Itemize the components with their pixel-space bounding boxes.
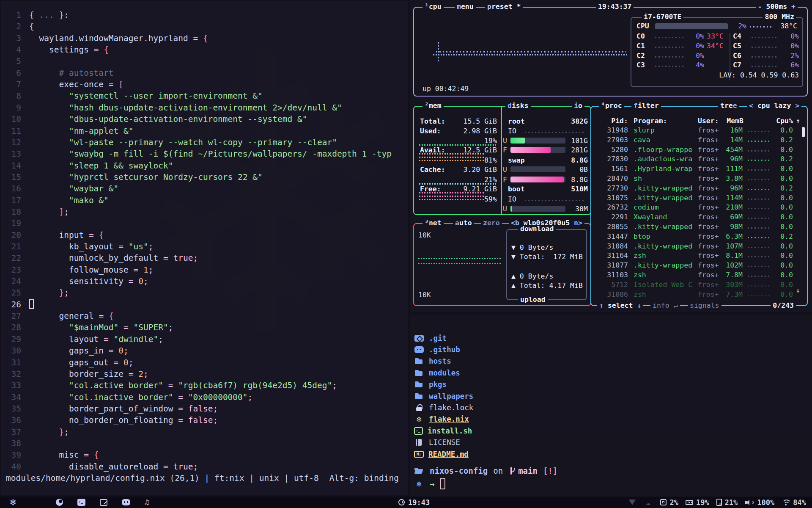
clock-icon bbox=[398, 499, 405, 505]
proc-scrollbar[interactable] bbox=[802, 127, 805, 137]
io-mode-button[interactable]: io bbox=[572, 102, 584, 110]
sort-next-button[interactable]: > bbox=[795, 102, 799, 110]
code-line[interactable]: 23 follow_mouse = 1; bbox=[1, 264, 407, 276]
disks-panel-title[interactable]: disks bbox=[505, 102, 531, 110]
process-user: fros+ bbox=[698, 213, 719, 221]
code-line[interactable]: 31 gaps_out = 0; bbox=[1, 357, 407, 368]
code-line[interactable]: 21 kb_layout = "us"; bbox=[1, 241, 407, 252]
code-line[interactable]: 26 bbox=[1, 299, 407, 310]
code-token: = bbox=[104, 334, 109, 344]
code-token: { bbox=[99, 230, 104, 240]
code-line[interactable]: 6 # autostart bbox=[1, 67, 407, 79]
code-token: = bbox=[129, 276, 134, 286]
code-line[interactable]: 20 input = { bbox=[1, 229, 407, 241]
code-line[interactable]: 38 bbox=[1, 438, 407, 449]
proc-sort-control[interactable]: < cpu lazy > bbox=[747, 102, 801, 110]
editor-pane[interactable]: 1{ ... }:2{3 wayland.windowManager.hyprl… bbox=[1, 1, 408, 495]
sort-prev-button[interactable]: < bbox=[749, 102, 753, 110]
code-line[interactable]: 36 no_border_on_floating = false; bbox=[1, 414, 407, 426]
code-line[interactable]: 10 "dbus-update-activation-environment -… bbox=[1, 113, 407, 125]
tray-item-wifi[interactable]: 84% bbox=[782, 498, 806, 507]
code-line[interactable]: 25 }; bbox=[1, 287, 407, 298]
header-mem[interactable]: MemB bbox=[718, 117, 743, 125]
terminal-window[interactable]: .git.githubhostsmodulespkgswallpapersfla… bbox=[410, 315, 812, 497]
code-line[interactable]: 11 "nm-applet &" bbox=[1, 125, 407, 137]
tray-item-ram[interactable]: 19% bbox=[686, 498, 709, 507]
proc-filter-button[interactable]: filter bbox=[631, 102, 661, 110]
code-line[interactable]: 40 disable_autoreload = true; bbox=[1, 461, 407, 472]
line-number: 13 bbox=[1, 148, 21, 160]
code-line[interactable]: 18 ]; bbox=[1, 206, 407, 218]
code-line[interactable]: 30 gaps_in = 0; bbox=[1, 345, 407, 356]
net-scale-top: 10K bbox=[418, 231, 431, 240]
scroll-down-arrow[interactable]: ↓ bbox=[796, 286, 800, 295]
code-line[interactable]: 3 wayland.windowManager.hyprland = { bbox=[1, 33, 407, 44]
code-token: false bbox=[188, 404, 213, 414]
cpu-total-temp: 38°C bbox=[780, 22, 797, 30]
interval-decrease-button[interactable]: - bbox=[758, 3, 762, 11]
code-line[interactable]: 37 }; bbox=[1, 426, 407, 438]
notes-app-icon[interactable] bbox=[100, 499, 107, 506]
process-name: .kitty-wrapped bbox=[634, 194, 692, 202]
preset-button[interactable]: preset * bbox=[485, 3, 523, 11]
proc-signals-button[interactable]: signals bbox=[688, 301, 721, 310]
code-line[interactable]: 4 settings = { bbox=[1, 44, 407, 55]
header-cpu[interactable]: Cpu% bbox=[773, 117, 793, 125]
header-program[interactable]: Program: bbox=[634, 117, 667, 125]
code-line[interactable]: 33 "col.active_border" = "rgb(cba6f7) rg… bbox=[1, 380, 407, 391]
tray-item-speaker[interactable]: 100% bbox=[745, 498, 774, 507]
code-line[interactable]: 32 border_size = 2; bbox=[1, 368, 407, 380]
net-auto-button[interactable]: auto bbox=[453, 219, 474, 227]
proc-info-button[interactable]: info ↵ bbox=[650, 301, 680, 310]
process-pid: 5280 bbox=[595, 146, 628, 154]
code-line[interactable]: 27 general = { bbox=[1, 310, 407, 322]
code-line[interactable]: 15 "hyprctl setcursor Nordzy-cursors 22 … bbox=[1, 171, 407, 183]
code-line[interactable]: 28 "$mainMod" = "SUPER"; bbox=[1, 322, 407, 333]
code-line[interactable]: 2{ bbox=[1, 21, 407, 32]
taskbar-clock[interactable]: 19:43 bbox=[398, 497, 430, 508]
discord-icon[interactable] bbox=[122, 499, 130, 505]
update-interval-control[interactable]: - 500ms + bbox=[756, 3, 798, 11]
code-line[interactable]: 39 misc = { bbox=[1, 449, 407, 461]
menu-button[interactable]: menu bbox=[455, 3, 476, 11]
download-label: download bbox=[518, 225, 556, 233]
code-line[interactable]: 19 bbox=[1, 218, 407, 229]
tray-item-wifi-down[interactable] bbox=[629, 500, 636, 505]
tray-item-hdd[interactable]: 21% bbox=[716, 498, 738, 507]
code-line[interactable]: 12 "wl-paste --primary --watch wl-copy -… bbox=[1, 137, 407, 148]
music-app-icon[interactable]: ♫ bbox=[145, 499, 149, 506]
line-number: 26 bbox=[1, 299, 21, 310]
net-zero-button[interactable]: zero bbox=[481, 219, 502, 227]
next-interface-button[interactable]: n> bbox=[574, 219, 582, 227]
nixos-launcher-icon[interactable]: ❄ bbox=[10, 497, 16, 507]
code-line[interactable]: 34 "col.inactive_border" = "0x00000000"; bbox=[1, 392, 407, 403]
code-token: ; bbox=[129, 358, 134, 367]
code-line[interactable]: 14 "sleep 1 && swaylock" bbox=[1, 160, 407, 171]
code-token bbox=[94, 230, 99, 240]
code-line[interactable]: 16 "waybar &" bbox=[1, 183, 407, 194]
header-pid[interactable]: Pid: bbox=[595, 117, 628, 125]
code-line[interactable]: 35 border_part_of_window = false; bbox=[1, 403, 407, 414]
code-line[interactable]: 8 "systemctl --user import-environment &… bbox=[1, 90, 407, 102]
code-line[interactable]: 22 numlock_by_default = true; bbox=[1, 252, 407, 264]
proc-select-control[interactable]: ↑ select ↓ bbox=[597, 301, 643, 310]
tray-item-cloud[interactable]: ☁ bbox=[643, 498, 653, 507]
code-line[interactable]: 7 exec-once = [ bbox=[1, 79, 407, 90]
code-line[interactable]: 9 "hash dbus-update-activation-environme… bbox=[1, 102, 407, 113]
shell-input-line[interactable]: ❄ → bbox=[414, 478, 445, 489]
code-line[interactable]: 17 "mako &" bbox=[1, 195, 407, 206]
code-token: 2 bbox=[138, 369, 143, 379]
btop-window: ¹cpu menu preset * 19:43:37 - 500ms + up… bbox=[410, 0, 812, 312]
code-line[interactable]: 5 bbox=[1, 55, 407, 67]
code-line[interactable]: 1{ ... }: bbox=[1, 9, 407, 21]
firefox-icon[interactable] bbox=[56, 499, 63, 506]
terminal-app-icon[interactable] bbox=[77, 499, 85, 506]
header-user[interactable]: User: bbox=[698, 117, 719, 125]
code-line[interactable]: 24 sensitivity = 0; bbox=[1, 276, 407, 287]
tray-item-chip[interactable]: 2% bbox=[660, 498, 678, 507]
interval-increase-button[interactable]: + bbox=[791, 3, 796, 11]
code-line[interactable]: 29 layout = "dwindle"; bbox=[1, 334, 407, 345]
process-mem: 98M bbox=[718, 223, 743, 231]
proc-tree-button[interactable]: tree bbox=[718, 102, 739, 110]
code-line[interactable]: 13 "swaybg -m fill -i $(find ~/Pictures/… bbox=[1, 148, 407, 160]
